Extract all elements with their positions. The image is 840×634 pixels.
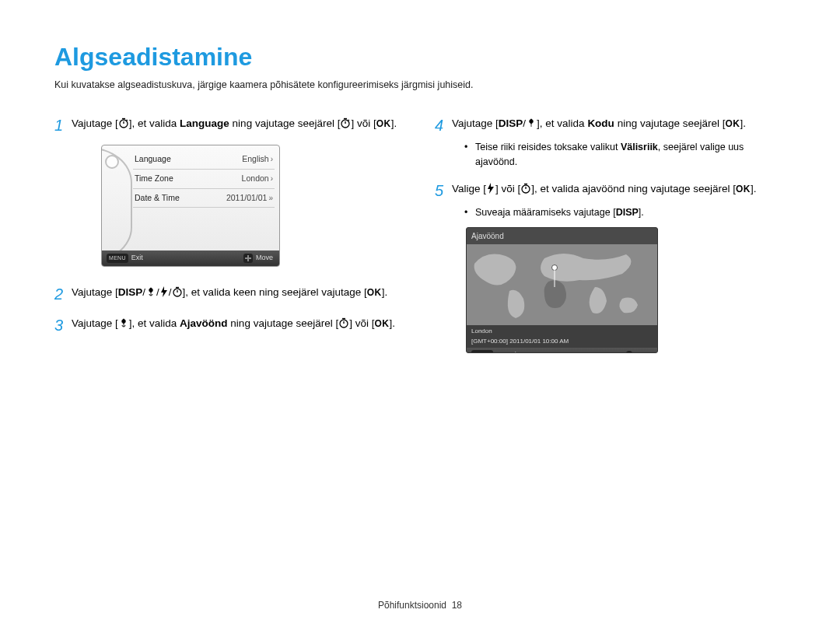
settings-row-language: Language English› <box>133 150 275 170</box>
step-3: 3 Vajutage [], et valida Ajavöönd ning v… <box>54 313 405 337</box>
page-footer: Põhifunktsioonid 18 <box>0 600 840 611</box>
step-2: 2 Vajutage [DISP///], et valida keen nin… <box>54 282 405 306</box>
timer-icon <box>340 117 351 128</box>
step-5-bullet: • Suveaja määramiseks vajutage [DISP]. <box>464 205 786 220</box>
macro-icon <box>526 117 537 128</box>
ok-icon: OK <box>367 285 382 299</box>
ok-icon: OK <box>376 117 391 131</box>
settings-footer: MENU Exit Move <box>102 250 279 266</box>
disp-icon: DISP <box>118 286 143 298</box>
step-4-bullet: • Teise riiki reisides toksake valikut V… <box>464 140 786 170</box>
macro-icon <box>118 317 129 328</box>
timezone-footer: MENU Tagasi DST <box>467 348 657 353</box>
settings-row-datetime: Date & Time 2011/01/01» <box>133 189 275 208</box>
timezone-screenshot: Ajavöönd London <box>466 227 658 353</box>
ok-icon: OK <box>374 317 389 331</box>
step-1: 1 Vajutage [], et valida Language ning v… <box>54 114 405 137</box>
timer-icon <box>338 317 349 328</box>
timer-icon <box>172 286 183 297</box>
macro-icon <box>145 286 156 297</box>
step-number: 1 <box>54 114 72 137</box>
menu-icon: MENU <box>471 350 493 353</box>
step-5: 5 Valige [] või [], et valida ajavöönd n… <box>435 179 786 202</box>
svg-line-7 <box>348 120 350 121</box>
settings-screenshot: Language English› Time Zone London› Date… <box>101 145 280 267</box>
subtitle: Kui kuvatakse algseadistuskuva, järgige … <box>54 79 786 90</box>
settings-row-timezone: Time Zone London› <box>133 170 275 189</box>
step-number: 5 <box>435 179 452 202</box>
page-title: Algseadistamine <box>54 43 786 72</box>
timer-icon <box>118 117 129 128</box>
up-icon <box>625 350 634 353</box>
flash-icon <box>486 183 495 194</box>
step-4: 4 Vajutage [DISP/], et valida Kodu ning … <box>435 114 786 137</box>
world-map <box>467 244 657 325</box>
svg-point-19 <box>625 351 633 353</box>
flash-icon <box>159 286 169 297</box>
left-column: 1 Vajutage [], et valida Language ning v… <box>54 114 405 353</box>
disp-icon: DISP <box>616 207 639 218</box>
step-number: 4 <box>435 114 452 137</box>
timezone-info: London [GMT+00:00] 2011/01/01 10:00 AM <box>467 325 657 348</box>
ok-icon: OK <box>736 182 751 196</box>
ok-icon: OK <box>725 117 740 131</box>
right-column: 4 Vajutage [DISP/], et valida Kodu ning … <box>435 114 786 353</box>
disp-icon: DISP <box>499 117 523 129</box>
step-number: 2 <box>54 282 72 306</box>
step-number: 3 <box>54 313 72 337</box>
timezone-screen-title: Ajavöönd <box>467 228 657 244</box>
timer-icon <box>520 183 531 194</box>
menu-icon: MENU <box>107 254 128 264</box>
dpad-icon <box>243 254 253 263</box>
svg-line-3 <box>126 120 128 121</box>
